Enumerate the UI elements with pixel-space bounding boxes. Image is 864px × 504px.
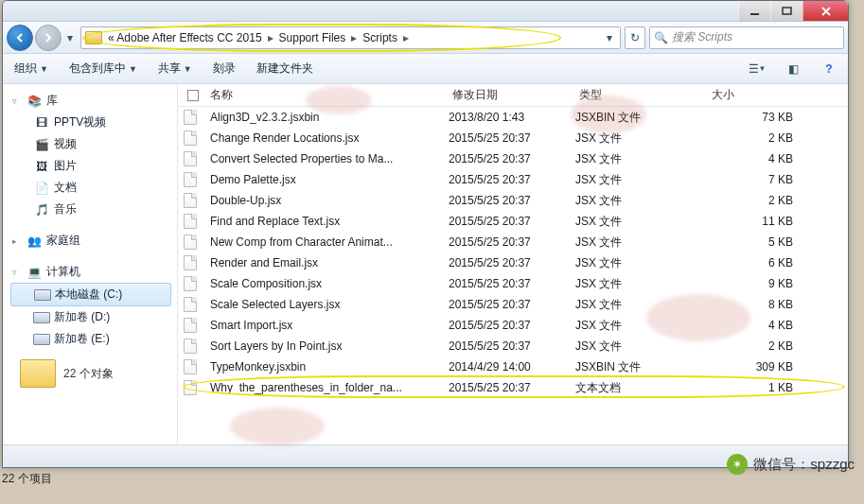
titlebar <box>3 1 848 22</box>
file-icon <box>184 276 197 291</box>
refresh-button[interactable]: ↻ <box>625 26 645 49</box>
view-button[interactable]: ☰ ▼ <box>746 59 768 79</box>
file-size: 2 KB <box>708 339 812 353</box>
table-row[interactable]: TypeMonkey.jsxbin2014/4/29 14:00JSXBIN 文… <box>178 356 848 377</box>
file-size: 309 KB <box>708 360 812 374</box>
col-type[interactable]: 类型 <box>575 87 708 103</box>
file-icon <box>184 172 197 187</box>
chevron-right-icon[interactable]: ▸ <box>401 31 411 44</box>
object-count: 22 个对象 <box>63 366 114 382</box>
file-name: Why_the_parentheses_in_folder_na... <box>206 381 449 394</box>
table-row[interactable]: New Comp from Character Animat...2015/5/… <box>178 232 848 252</box>
table-row[interactable]: Why_the_parentheses_in_folder_na...2015/… <box>178 377 848 398</box>
file-list: 名称 修改日期 类型 大小 Align3D_v2.3.2.jsxbin2013/… <box>178 84 848 444</box>
file-type: JSX 文件 <box>575 214 708 230</box>
music-icon: 🎵 <box>33 202 50 217</box>
table-row[interactable]: Sort Layers by In Point.jsx2015/5/25 20:… <box>178 336 848 356</box>
file-icon <box>184 193 197 208</box>
breadcrumb: « Adobe After Effects CC 2015▸ Support F… <box>104 29 411 46</box>
file-modified: 2015/5/25 20:37 <box>449 298 575 311</box>
sidebar-item-drive-e[interactable]: 新加卷 (E:) <box>10 328 177 350</box>
chevron-down-icon: ▼ <box>129 64 137 74</box>
file-name: Double-Up.jsx <box>206 194 449 207</box>
close-button[interactable] <box>802 1 848 21</box>
organize-menu[interactable]: 组织▼ <box>10 59 52 78</box>
file-type: JSX 文件 <box>575 130 708 147</box>
back-button[interactable] <box>7 25 33 51</box>
table-row[interactable]: Scale Composition.jsx2015/5/25 20:37JSX … <box>178 273 848 294</box>
help-button[interactable]: ? <box>818 59 840 79</box>
computer-header[interactable]: ▿💻计算机 <box>10 261 177 283</box>
file-modified: 2015/5/25 20:37 <box>449 215 575 228</box>
new-folder-button[interactable]: 新建文件夹 <box>253 59 317 78</box>
sidebar-item-pictures[interactable]: 🖼图片 <box>10 155 177 177</box>
file-type: JSX 文件 <box>575 193 708 209</box>
file-modified: 2015/5/25 20:37 <box>449 173 575 186</box>
table-row[interactable]: Double-Up.jsx2015/5/25 20:37JSX 文件2 KB <box>178 190 848 211</box>
file-type: JSXBIN 文件 <box>575 359 708 375</box>
file-modified: 2014/4/29 14:00 <box>449 360 575 374</box>
include-menu[interactable]: 包含到库中▼ <box>65 59 141 78</box>
col-name[interactable]: 名称 <box>206 87 449 103</box>
homegroup-header[interactable]: ▸👥家庭组 <box>10 230 177 252</box>
burn-button[interactable]: 刻录 <box>209 59 239 78</box>
table-row[interactable]: Smart Import.jsx2015/5/25 20:37JSX 文件4 K… <box>178 315 848 336</box>
chevron-right-icon[interactable]: ▸ <box>266 31 275 44</box>
library-header[interactable]: ▿📚库 <box>10 90 177 112</box>
sidebar-item-pptv[interactable]: 🎞PPTV视频 <box>10 112 177 133</box>
col-modified[interactable]: 修改日期 <box>449 87 575 103</box>
forward-button[interactable] <box>35 25 62 51</box>
file-size: 2 KB <box>708 194 812 207</box>
maximize-button[interactable] <box>770 1 802 21</box>
chevron-down-icon: ▼ <box>40 64 48 74</box>
preview-pane-button[interactable]: ◧ <box>782 59 804 79</box>
sidebar-item-video[interactable]: 🎬视频 <box>10 133 177 155</box>
column-headers[interactable]: 名称 修改日期 类型 大小 <box>178 84 848 107</box>
crumb-1[interactable]: Support Files <box>275 29 350 46</box>
svg-rect-0 <box>750 13 759 15</box>
table-row[interactable]: Scale Selected Layers.jsx2015/5/25 20:37… <box>178 294 848 315</box>
recent-dropdown[interactable]: ▾ <box>63 29 77 46</box>
table-row[interactable]: Find and Replace Text.jsx2015/5/25 20:37… <box>178 211 848 232</box>
file-name: Demo Palette.jsx <box>206 173 449 186</box>
explorer-window: ▾ « Adobe After Effects CC 2015▸ Support… <box>2 0 849 468</box>
file-modified: 2013/8/20 1:43 <box>449 111 575 124</box>
file-name: Render and Email.jsx <box>206 256 449 269</box>
minimize-button[interactable] <box>738 1 770 21</box>
nav-pane: ▿📚库 🎞PPTV视频 🎬视频 🖼图片 📄文档 🎵音乐 ▸👥家庭组 ▿💻计算机 … <box>3 84 178 444</box>
sidebar-item-drive-c[interactable]: 本地磁盘 (C:) <box>10 283 171 306</box>
file-icon <box>184 339 197 354</box>
sidebar-item-music[interactable]: 🎵音乐 <box>10 199 177 220</box>
file-size: 5 KB <box>708 235 812 249</box>
file-icon <box>184 297 197 312</box>
file-modified: 2015/5/25 20:37 <box>449 256 575 269</box>
search-input[interactable]: 🔍 搜索 Scripts <box>649 26 844 49</box>
share-menu[interactable]: 共享▼ <box>154 59 196 78</box>
table-row[interactable]: Align3D_v2.3.2.jsxbin2013/8/20 1:43JSXBI… <box>178 107 848 128</box>
table-row[interactable]: Render and Email.jsx2015/5/25 20:37JSX 文… <box>178 252 848 273</box>
file-icon <box>184 214 197 229</box>
file-type: JSX 文件 <box>575 318 708 334</box>
crumb-2[interactable]: Scripts <box>359 29 401 46</box>
table-row[interactable]: Demo Palette.jsx2015/5/25 20:37JSX 文件7 K… <box>178 169 848 190</box>
file-size: 9 KB <box>708 277 812 290</box>
table-row[interactable]: Convert Selected Properties to Ma...2015… <box>178 148 848 169</box>
file-modified: 2015/5/25 20:37 <box>449 277 575 290</box>
address-dropdown[interactable]: ▾ <box>603 31 616 44</box>
col-size[interactable]: 大小 <box>708 87 812 103</box>
crumb-0[interactable]: « Adobe After Effects CC 2015 <box>104 29 266 46</box>
file-type: JSX 文件 <box>575 151 708 167</box>
file-name: Find and Replace Text.jsx <box>206 215 449 228</box>
file-icon <box>184 255 197 270</box>
sidebar-item-drive-d[interactable]: 新加卷 (D:) <box>10 306 177 328</box>
table-row[interactable]: Change Render Locations.jsx2015/5/25 20:… <box>178 128 848 148</box>
file-icon <box>184 359 197 374</box>
select-all-checkbox[interactable] <box>187 90 199 101</box>
file-modified: 2015/5/25 20:37 <box>449 339 575 353</box>
file-type: JSXBIN 文件 <box>575 110 708 126</box>
file-size: 11 KB <box>708 215 812 228</box>
address-bar[interactable]: « Adobe After Effects CC 2015▸ Support F… <box>80 26 621 49</box>
chevron-right-icon[interactable]: ▸ <box>349 31 359 44</box>
drive-icon <box>33 310 50 325</box>
sidebar-item-documents[interactable]: 📄文档 <box>10 177 177 199</box>
